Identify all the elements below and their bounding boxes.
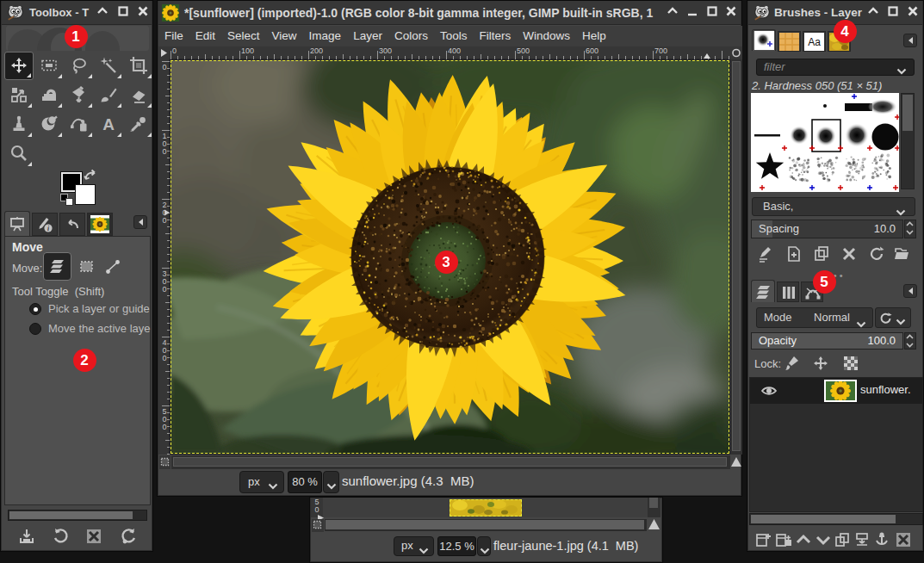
svg-text:0: 0 [162,147,166,156]
svg-text:0: 0 [162,354,166,362]
svg-text:0: 0 [162,423,166,431]
svg-text:0: 0 [162,216,166,225]
svg-text:A: A [102,115,115,133]
svg-text:0: 0 [162,63,166,71]
svg-text:400: 400 [448,46,461,55]
svg-text:Aa: Aa [808,36,821,48]
svg-text:500: 500 [517,46,530,55]
svg-text:700: 700 [654,46,667,55]
svg-text:300: 300 [379,46,392,55]
svg-text:0: 0 [162,285,166,294]
svg-text:600: 600 [586,46,598,55]
svg-text:0: 0 [172,46,177,55]
svg-text:200: 200 [310,46,323,55]
svg-text:100: 100 [241,46,254,55]
